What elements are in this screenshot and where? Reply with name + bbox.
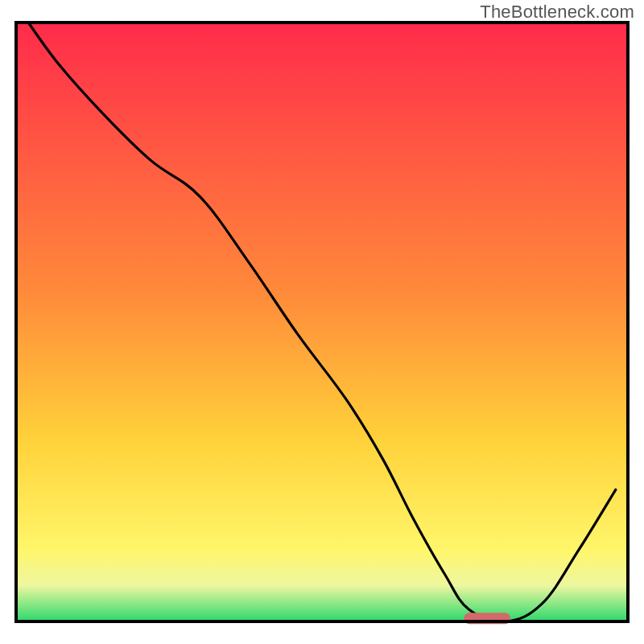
chart-svg xyxy=(0,0,644,644)
plot-background xyxy=(16,23,628,621)
chart-root: { "watermark": "TheBottleneck.com", "cha… xyxy=(0,0,644,644)
watermark-text: TheBottleneck.com xyxy=(480,2,634,23)
